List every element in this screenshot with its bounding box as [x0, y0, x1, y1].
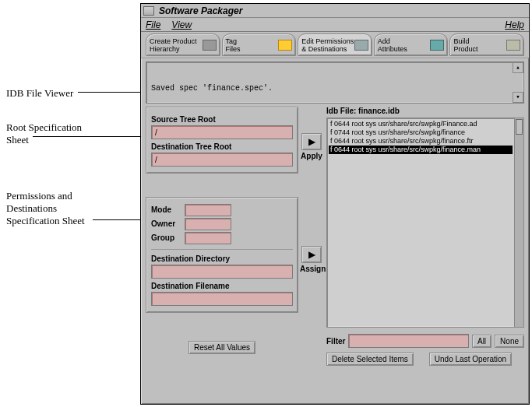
group-input[interactable]	[185, 232, 231, 244]
window-menu-icon[interactable]	[143, 6, 154, 16]
step-tabs: Create Product Hierarchy Tag Files Edit …	[141, 32, 529, 58]
assign-label: Assign	[300, 265, 323, 273]
permissions-icon	[354, 40, 368, 51]
idb-file-header: Idb File: finance.idb	[326, 107, 524, 115]
console-scroll-up[interactable]: ▴	[513, 62, 523, 73]
filter-all-button[interactable]: All	[472, 335, 491, 348]
attributes-icon	[430, 40, 444, 51]
idb-listbox[interactable]: f 0644 root sys usr/share/src/swpkg/Fina…	[326, 118, 524, 328]
list-item[interactable]: f 0644 root sys usr/share/src/swpkg/Fina…	[329, 120, 513, 128]
annotation-perms-sheet: Permissions and Destinations Specificati…	[6, 190, 85, 227]
build-icon	[506, 40, 520, 51]
filter-label: Filter	[326, 337, 345, 346]
source-root-input[interactable]: /	[151, 125, 293, 139]
menubar: File View Help	[141, 18, 529, 32]
apply-button[interactable]: ▶	[301, 133, 322, 150]
source-root-label: Source Tree Root	[151, 115, 293, 124]
message-console: Saved spec 'finance.spec'. Saved idb 'fi…	[146, 61, 524, 104]
tab-build-product[interactable]: Build Product	[449, 33, 524, 56]
list-item[interactable]: f 0644 root sys usr/share/src/swpkg/fina…	[329, 137, 513, 146]
delete-selected-button[interactable]: Delete Selected Items	[326, 353, 414, 366]
list-item[interactable]: f 0744 root sys usr/share/src/swpkg/fina…	[329, 128, 513, 137]
owner-label: Owner	[151, 219, 182, 228]
hierarchy-icon	[203, 40, 217, 51]
apply-label: Apply	[300, 152, 323, 160]
window-title: Software Packager	[159, 5, 242, 16]
list-scroll-thumb[interactable]	[516, 119, 523, 135]
annotation-root-sheet: Root Specification Sheet	[6, 121, 82, 146]
mode-label: Mode	[151, 205, 182, 214]
destfile-label: Destination Filename	[151, 282, 293, 290]
dest-root-label: Destination Tree Root	[151, 142, 293, 151]
app-window: Software Packager File View Help Create …	[140, 3, 530, 405]
destdir-input[interactable]	[151, 265, 293, 279]
tab-tag-files[interactable]: Tag Files	[222, 33, 297, 56]
console-scroll-down[interactable]: ▾	[513, 92, 523, 103]
titlebar: Software Packager	[141, 4, 529, 18]
mode-input[interactable]	[185, 204, 231, 216]
dest-root-input[interactable]: /	[151, 153, 293, 167]
root-spec-panel: Source Tree Root / Destination Tree Root…	[146, 107, 298, 174]
tab-label: Tag Files	[226, 37, 241, 53]
filter-input[interactable]	[348, 334, 469, 348]
tab-label: Create Product Hierarchy	[150, 37, 197, 53]
tab-edit-permissions[interactable]: Edit Permissions & Destinations	[298, 33, 372, 56]
destfile-input[interactable]	[151, 292, 293, 306]
list-item[interactable]: f 0644 root sys usr/share/src/swpkg/fina…	[329, 146, 513, 154]
menu-help[interactable]: Help	[505, 19, 524, 30]
filter-none-button[interactable]: None	[495, 335, 524, 348]
menu-file[interactable]: File	[146, 19, 160, 30]
group-label: Group	[151, 233, 182, 242]
menu-view[interactable]: View	[171, 19, 192, 30]
tab-label: Build Product	[453, 37, 477, 53]
list-scrollbar[interactable]	[514, 118, 523, 327]
leader-root	[33, 136, 157, 137]
tab-label: Edit Permissions & Destinations	[301, 37, 354, 53]
undo-last-button[interactable]: Undo Last Operation	[429, 353, 512, 366]
annotation-idb-viewer: IDB File Viewer	[6, 87, 73, 100]
console-line: Saved spec 'finance.spec'.	[151, 84, 519, 93]
owner-input[interactable]	[185, 218, 231, 230]
tab-label: Add Attributes	[378, 37, 407, 53]
tab-create-hierarchy[interactable]: Create Product Hierarchy	[146, 33, 220, 56]
perms-spec-panel: Mode Owner Group Destination Directory D…	[146, 197, 298, 313]
destdir-label: Destination Directory	[151, 254, 293, 263]
reset-all-button[interactable]: Reset All Values	[188, 341, 255, 354]
tab-add-attributes[interactable]: Add Attributes	[374, 33, 449, 56]
assign-button[interactable]: ▶	[301, 246, 322, 263]
tag-icon	[278, 40, 292, 51]
